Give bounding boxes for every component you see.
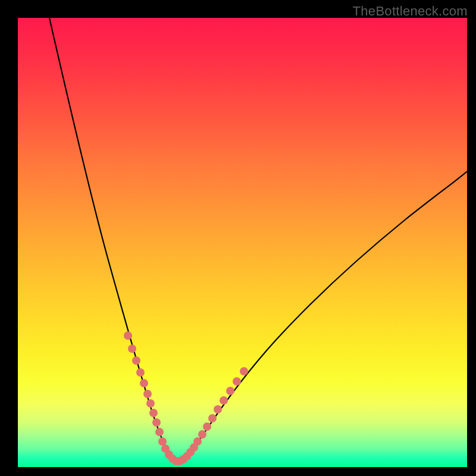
- svg-point-24: [214, 405, 222, 414]
- chart-stage: TheBottleneck.com: [0, 0, 476, 476]
- svg-point-0: [124, 331, 132, 340]
- svg-point-27: [233, 377, 241, 386]
- svg-point-4: [140, 379, 148, 387]
- svg-point-10: [158, 437, 167, 446]
- svg-point-5: [143, 390, 152, 398]
- svg-point-26: [226, 387, 234, 395]
- svg-point-8: [152, 418, 161, 427]
- svg-point-6: [146, 399, 155, 408]
- svg-point-2: [132, 356, 140, 365]
- svg-point-22: [203, 422, 211, 431]
- svg-point-28: [240, 367, 248, 375]
- svg-point-25: [220, 396, 228, 405]
- curve-layer: [18, 18, 467, 467]
- svg-point-3: [136, 368, 145, 377]
- svg-point-21: [198, 430, 206, 439]
- watermark-text: TheBottleneck.com: [353, 4, 468, 19]
- plot-area: [18, 18, 467, 467]
- svg-point-1: [128, 345, 136, 353]
- svg-point-7: [149, 409, 158, 417]
- svg-point-9: [155, 428, 164, 436]
- bottleneck-curve-path: [49, 18, 467, 461]
- svg-point-20: [193, 437, 202, 446]
- curve-dots: [124, 331, 248, 465]
- svg-point-23: [208, 414, 217, 422]
